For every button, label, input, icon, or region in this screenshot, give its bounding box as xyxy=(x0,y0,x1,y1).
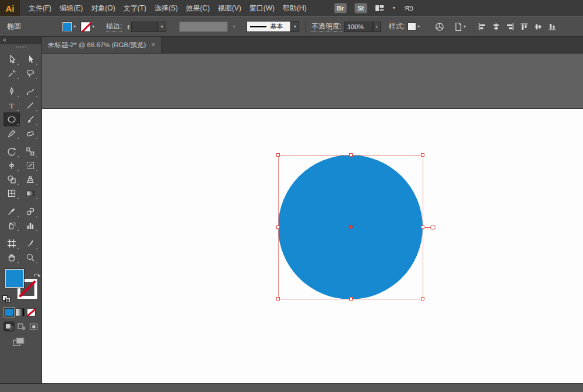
paintbrush-tool[interactable] xyxy=(22,112,38,126)
screen-mode-button[interactable] xyxy=(13,337,41,349)
chevron-down-icon[interactable]: ▾ xyxy=(392,6,396,10)
workspace-switcher-icon[interactable] xyxy=(375,4,384,12)
chevron-down-icon[interactable]: ▾ xyxy=(416,24,421,29)
menu-item-window[interactable]: 窗口(W) xyxy=(245,0,279,16)
opacity-input[interactable]: 100% xyxy=(344,22,373,32)
menu-item-file[interactable]: 文件(F) xyxy=(24,0,55,16)
rotate-tool[interactable] xyxy=(3,144,20,158)
align-vertical-top-button[interactable] xyxy=(520,23,528,31)
blend-icon xyxy=(26,207,35,216)
rotate-widget-handle[interactable] xyxy=(430,225,436,230)
opacity-options-button[interactable]: › xyxy=(373,22,381,32)
menu-item-object[interactable]: 对象(O) xyxy=(87,0,119,16)
stroke-color-swatch[interactable] xyxy=(80,22,91,32)
menu-item-type[interactable]: 文字(T) xyxy=(120,0,150,16)
eraser-tool[interactable] xyxy=(22,126,38,140)
color-button[interactable] xyxy=(5,308,13,316)
selection-handle[interactable] xyxy=(421,225,424,229)
chevron-down-icon[interactable]: ▾ xyxy=(158,22,166,32)
recolor-artwork-icon[interactable] xyxy=(435,22,444,31)
opacity-label[interactable]: 不透明度: xyxy=(311,22,341,32)
stroke-weight-label[interactable]: 描边: xyxy=(106,22,122,32)
type-tool[interactable]: T xyxy=(3,98,20,112)
menu-item-help[interactable]: 帮助(H) xyxy=(279,0,311,16)
blend-tool[interactable] xyxy=(22,204,38,218)
menu-item-effect[interactable]: 效果(C) xyxy=(182,0,214,16)
ellipse-tool[interactable] xyxy=(3,112,20,126)
stroke-weight-input[interactable] xyxy=(131,22,158,32)
width-tool[interactable] xyxy=(3,158,20,172)
chevron-down-icon[interactable]: ▾ xyxy=(462,24,467,29)
artboard-tool[interactable] xyxy=(3,236,20,250)
eyedropper-tool[interactable] xyxy=(3,204,20,218)
chevron-down-icon[interactable]: ▾ xyxy=(91,24,96,29)
align-vertical-center-button[interactable] xyxy=(534,23,542,31)
graphic-style-swatch[interactable] xyxy=(408,22,416,31)
draw-behind-mode-button[interactable] xyxy=(16,322,27,331)
sync-settings-icon[interactable] xyxy=(404,3,415,13)
hand-tool[interactable] xyxy=(3,250,20,264)
mini-bridge-button[interactable]: St xyxy=(354,3,367,13)
pencil-tool[interactable] xyxy=(3,126,20,140)
chevron-down-icon[interactable]: ▾ xyxy=(291,21,299,32)
free-transform-tool[interactable] xyxy=(22,158,38,172)
paint-style-buttons xyxy=(5,308,41,316)
slice-tool[interactable] xyxy=(22,236,38,250)
curvature-tool[interactable] xyxy=(22,84,38,98)
selection-center-point[interactable] xyxy=(349,225,353,229)
align-horizontal-left-button[interactable] xyxy=(478,23,486,31)
lasso-tool[interactable] xyxy=(22,66,38,80)
magic-wand-tool[interactable] xyxy=(3,66,20,80)
close-icon[interactable]: × xyxy=(151,41,155,49)
selection-handle[interactable] xyxy=(276,153,280,157)
pencil-icon xyxy=(7,129,16,138)
draw-inside-mode-button[interactable] xyxy=(28,322,39,331)
gradient-tool[interactable] xyxy=(22,186,38,200)
line-segment-tool[interactable] xyxy=(22,98,38,112)
panel-grip[interactable] xyxy=(16,46,26,48)
fill-color-swatch[interactable] xyxy=(62,22,72,32)
app-bar-right: Br St ▾ xyxy=(334,3,415,13)
swap-fill-stroke-icon[interactable] xyxy=(33,269,41,280)
selection-handle[interactable] xyxy=(421,297,424,301)
align-horizontal-right-button[interactable] xyxy=(506,23,514,31)
default-fill-stroke-icon[interactable] xyxy=(2,295,12,303)
stroke-weight-stepper[interactable]: ▴▾ xyxy=(125,24,131,30)
menu-item-select[interactable]: 选择(S) xyxy=(150,0,182,16)
menu-item-view[interactable]: 视图(V) xyxy=(214,0,245,16)
selection-handle[interactable] xyxy=(349,297,353,301)
document-tab[interactable]: 未标题-2* @ 66.67% (RGB/预览) × xyxy=(42,37,161,53)
selection-handle[interactable] xyxy=(276,225,280,229)
draw-normal-mode-button[interactable] xyxy=(3,322,15,331)
status-bar xyxy=(0,383,583,392)
shape-builder-tool[interactable] xyxy=(3,172,20,186)
gradient-button[interactable] xyxy=(16,308,24,316)
menu-item-edit[interactable]: 编辑(E) xyxy=(55,0,87,16)
selection-handle[interactable] xyxy=(276,297,280,301)
brush-definition-select[interactable]: 基本 xyxy=(247,21,291,32)
panel-collapse-button[interactable]: « xyxy=(0,37,41,44)
chevron-down-icon[interactable]: ▾ xyxy=(72,24,77,29)
svg-text:T: T xyxy=(9,101,14,110)
none-button[interactable] xyxy=(27,308,36,316)
align-vertical-bottom-button[interactable] xyxy=(548,23,556,31)
pasteboard[interactable] xyxy=(42,54,583,383)
perspective-grid-tool[interactable] xyxy=(22,172,38,186)
bridge-button[interactable]: Br xyxy=(334,3,347,13)
fill-proxy-swatch[interactable] xyxy=(5,269,24,288)
selection-tool[interactable] xyxy=(3,52,20,66)
selection-handle[interactable] xyxy=(349,153,353,157)
width-profile-select[interactable] xyxy=(179,22,228,32)
align-horizontal-center-button[interactable] xyxy=(492,23,500,31)
document-tab-title: 未标题-2* @ 66.67% (RGB/预览) xyxy=(48,41,146,50)
selection-handle[interactable] xyxy=(421,153,424,157)
separator xyxy=(473,21,473,33)
direct-selection-tool[interactable] xyxy=(22,52,38,66)
scale-tool[interactable] xyxy=(22,144,38,158)
pen-tool[interactable] xyxy=(3,84,20,98)
zoom-tool[interactable] xyxy=(22,250,38,264)
mesh-tool[interactable] xyxy=(3,186,20,200)
document-setup-icon[interactable] xyxy=(454,22,462,31)
column-graph-tool[interactable] xyxy=(22,218,38,232)
symbol-sprayer-tool[interactable] xyxy=(3,218,20,232)
